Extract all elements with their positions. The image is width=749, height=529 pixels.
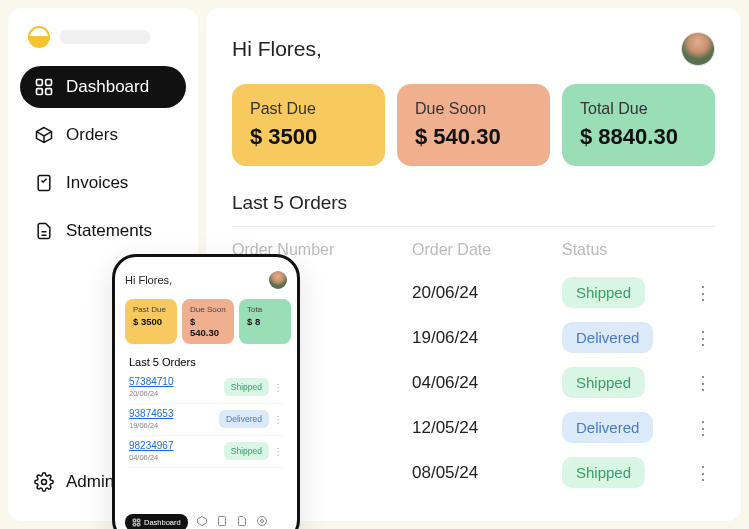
- card-total-due[interactable]: Total Due $ 8840.30: [562, 84, 715, 166]
- phone-order-link[interactable]: 93874653: [129, 408, 219, 419]
- svg-rect-0: [37, 80, 43, 86]
- status-badge: Shipped: [562, 367, 645, 398]
- phone-header: Hi Flores,: [125, 271, 287, 289]
- phone-row: 98234967 04/06/24 Shipped ⋮: [129, 440, 283, 468]
- phone-order-date: 04/06/24: [129, 453, 224, 462]
- svg-rect-4: [38, 176, 50, 191]
- card-value: $ 8840.30: [580, 124, 697, 150]
- order-date: 19/06/24: [412, 328, 562, 348]
- phone-nav-dashboard[interactable]: Dashboard: [125, 514, 188, 530]
- phone-card-due-soon[interactable]: Due Soon $ 540.30: [182, 299, 234, 344]
- logo-row: [20, 26, 186, 48]
- sidebar-item-invoices[interactable]: Invoices: [20, 162, 186, 204]
- box-icon: [34, 125, 54, 145]
- card-label: Past Due: [133, 305, 169, 314]
- more-icon[interactable]: ⋮: [694, 463, 712, 483]
- document-icon: [236, 515, 248, 527]
- more-icon[interactable]: ⋮: [273, 382, 283, 393]
- logo-icon: [28, 26, 50, 48]
- phone-order-link[interactable]: 57384710: [129, 376, 224, 387]
- svg-point-11: [260, 520, 263, 523]
- order-date: 08/05/24: [412, 463, 562, 483]
- card-label: Past Due: [250, 100, 367, 118]
- invoice-icon: [216, 515, 228, 527]
- phone-order-date: 19/06/24: [129, 421, 219, 430]
- more-icon[interactable]: ⋮: [273, 414, 283, 425]
- svg-rect-9: [137, 523, 140, 526]
- table-header: Order Number Order Date Status: [232, 241, 715, 259]
- sidebar-item-orders[interactable]: Orders: [20, 114, 186, 156]
- more-icon[interactable]: ⋮: [694, 328, 712, 348]
- phone-nav-admin[interactable]: [256, 513, 268, 529]
- phone-status-badge: Shipped: [224, 378, 269, 396]
- card-label: Due Soon: [415, 100, 532, 118]
- order-date: 12/05/24: [412, 418, 562, 438]
- phone-nav-statements[interactable]: [236, 513, 248, 529]
- svg-rect-6: [133, 519, 136, 522]
- more-icon[interactable]: ⋮: [273, 446, 283, 457]
- card-label: Due Soon: [190, 305, 226, 314]
- phone-nav-orders[interactable]: [196, 513, 208, 529]
- phone-row: 93874653 19/06/24 Delivered ⋮: [129, 408, 283, 436]
- sidebar-item-label: Statements: [66, 221, 152, 241]
- card-label: Tota: [247, 305, 283, 314]
- more-icon[interactable]: ⋮: [694, 283, 712, 303]
- phone-bottom-nav: Dashboard: [125, 513, 287, 529]
- svg-rect-3: [46, 89, 52, 95]
- phone-greeting: Hi Flores,: [125, 274, 172, 286]
- order-date: 20/06/24: [412, 283, 562, 303]
- phone-cards: Past Due $ 3500 Due Soon $ 540.30 Tota $…: [125, 299, 287, 344]
- phone-order-date: 20/06/24: [129, 389, 224, 398]
- phone-section-title: Last 5 Orders: [125, 356, 287, 368]
- document-icon: [34, 221, 54, 241]
- card-value: $ 540.30: [415, 124, 532, 150]
- gear-icon: [256, 515, 268, 527]
- status-badge: Delivered: [562, 412, 653, 443]
- card-due-soon[interactable]: Due Soon $ 540.30: [397, 84, 550, 166]
- table-row: 653 12/05/24 Delivered ⋮: [232, 412, 715, 443]
- sidebar-item-statements[interactable]: Statements: [20, 210, 186, 252]
- more-icon[interactable]: ⋮: [694, 418, 712, 438]
- card-value: $ 3500: [133, 316, 169, 327]
- order-date: 04/06/24: [412, 373, 562, 393]
- phone-card-total-due[interactable]: Tota $ 8: [239, 299, 291, 344]
- sidebar-item-label: Admin: [66, 472, 114, 492]
- phone-mockup: Hi Flores, Past Due $ 3500 Due Soon $ 54…: [112, 254, 300, 529]
- orders-title: Last 5 Orders: [232, 192, 715, 227]
- invoice-icon: [34, 173, 54, 193]
- svg-rect-1: [46, 80, 52, 86]
- logo-placeholder: [60, 30, 150, 44]
- svg-rect-10: [218, 517, 225, 526]
- dashboard-icon: [132, 518, 141, 527]
- sidebar-item-label: Dashboard: [66, 77, 149, 97]
- more-icon[interactable]: ⋮: [694, 373, 712, 393]
- table-row: 710 20/06/24 Shipped ⋮: [232, 277, 715, 308]
- svg-rect-2: [37, 89, 43, 95]
- table-row: 967 04/06/24 Shipped ⋮: [232, 367, 715, 398]
- phone-rows: 57384710 20/06/24 Shipped ⋮ 93874653 19/…: [125, 376, 287, 513]
- table-row: 653 19/06/24 Delivered ⋮: [232, 322, 715, 353]
- status-badge: Shipped: [562, 457, 645, 488]
- phone-card-past-due[interactable]: Past Due $ 3500: [125, 299, 177, 344]
- card-past-due[interactable]: Past Due $ 3500: [232, 84, 385, 166]
- card-label: Total Due: [580, 100, 697, 118]
- phone-nav-invoices[interactable]: [216, 513, 228, 529]
- status-badge: Delivered: [562, 322, 653, 353]
- dashboard-icon: [34, 77, 54, 97]
- status-badge: Shipped: [562, 277, 645, 308]
- table-row: 542 08/05/24 Shipped ⋮: [232, 457, 715, 488]
- svg-rect-8: [133, 523, 136, 526]
- avatar[interactable]: [681, 32, 715, 66]
- phone-status-badge: Delivered: [219, 410, 269, 428]
- phone-avatar[interactable]: [269, 271, 287, 289]
- phone-row: 57384710 20/06/24 Shipped ⋮: [129, 376, 283, 404]
- card-value: $ 540.30: [190, 316, 226, 338]
- orders-table: Order Number Order Date Status 710 20/06…: [232, 241, 715, 488]
- card-value: $ 3500: [250, 124, 367, 150]
- col-header-status: Status: [562, 241, 682, 259]
- page-header: Hi Flores,: [232, 32, 715, 66]
- col-header-date: Order Date: [412, 241, 562, 259]
- sidebar-item-dashboard[interactable]: Dashboard: [20, 66, 186, 108]
- phone-order-link[interactable]: 98234967: [129, 440, 224, 451]
- sidebar-item-label: Orders: [66, 125, 118, 145]
